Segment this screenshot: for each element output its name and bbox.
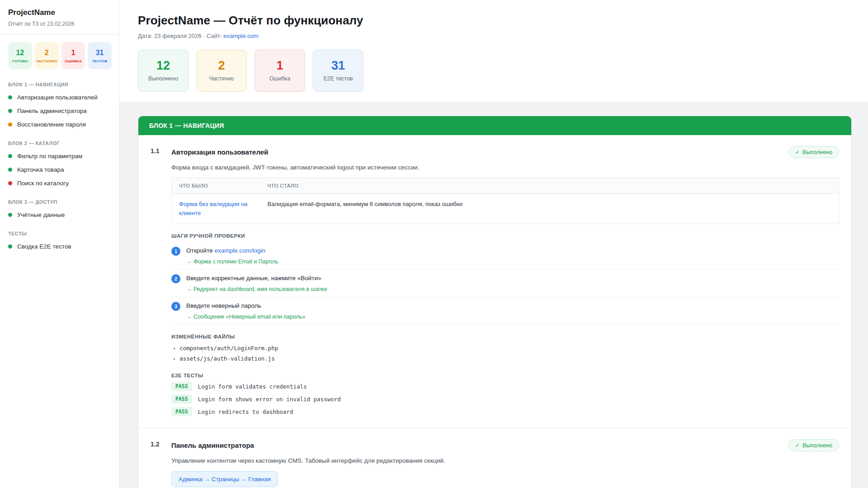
report-header: ProjectName — Отчёт по функционалу Дата:… [119, 0, 868, 102]
manual-steps-list: 1 Откройте example.com/login → Форма с п… [171, 242, 839, 325]
changed-file-item: assets/js/auth-validation.js [179, 353, 839, 364]
section-description: Управление контентом через кастомную CMS… [171, 457, 839, 464]
stat-label: ТЕСТОВ [92, 59, 108, 63]
summary-label: E2E тестов [323, 75, 353, 82]
summary-label: Частично [209, 75, 234, 82]
table-header-row: ЧТО БЫЛО ЧТО СТАЛО [172, 178, 839, 194]
sidebar-nav-group: ТЕСТЫ Сводка E2E тестов [8, 231, 112, 250]
summary-label: Выполнено [148, 75, 178, 82]
check-icon: ✓ [795, 149, 800, 155]
sidebar-stat-card: 1 ОШИБКА [61, 42, 85, 69]
e2e-tests-label: E2E ТЕСТЫ [171, 373, 839, 378]
status-dot-icon [8, 168, 12, 172]
section-number: 1.1 [151, 146, 171, 416]
nav-item-label: Восстановление пароля [17, 121, 86, 128]
e2e-test-row: PASS Login redirects to dashboard [171, 407, 839, 416]
step-link[interactable]: example.com/login [214, 247, 265, 254]
stat-value: 31 [96, 49, 104, 57]
project-title: ProjectName [8, 8, 112, 17]
check-icon: ✓ [795, 442, 800, 449]
report-meta: Дата: 23 февраля 2026 · Сайт: example.co… [138, 33, 852, 39]
stat-label: ЧАСТИЧНО [36, 59, 57, 63]
step-number-icon: 2 [171, 274, 180, 283]
section-description: Форма входа с валидацией, JWT-токены, ав… [171, 164, 839, 171]
test-name: Login redirects to dashboard [198, 408, 293, 415]
main-content: ProjectName — Отчёт по функционалу Дата:… [119, 0, 868, 488]
before-after-table: ЧТО БЫЛО ЧТО СТАЛО Форма без валидации н… [171, 178, 839, 224]
stat-label: ГОТОВО [12, 59, 28, 63]
status-dot-icon [8, 244, 12, 249]
nav-item-label: Сводка E2E тестов [17, 243, 71, 250]
e2e-test-row: PASS Login form shows error on invalid p… [171, 394, 839, 404]
sidebar-stat-card: 12 ГОТОВО [8, 42, 32, 69]
sidebar-nav-item[interactable]: Учётные данные [8, 211, 112, 218]
nav-item-label: Авторизация пользователей [17, 94, 98, 101]
page-title: ProjectName — Отчёт по функционалу [138, 14, 852, 28]
changed-files-label: ИЗМЕНЁННЫЕ ФАЙЛЫ [171, 334, 839, 339]
nav-item-label: Панель администратора [17, 108, 87, 114]
sidebar-nav-item[interactable]: Поиск по каталогу [8, 180, 112, 187]
step-action: Введите корректные данные, нажмите «Войт… [186, 274, 321, 282]
sidebar-nav-item[interactable]: Восстановление пароля [8, 121, 112, 128]
sidebar: ProjectName Отчёт по ТЗ от 23.02.2026 12… [0, 0, 119, 488]
changed-files-list: components/auth/LoginForm.php assets/js/… [179, 343, 839, 364]
summary-card: 31 E2E тестов [313, 50, 363, 92]
nav-item-label: Карточка товара [17, 166, 64, 173]
step-action: Откройте example.com/login [186, 246, 265, 254]
manual-step: 3 Введите неверный пароль → Сообщение «Н… [171, 297, 839, 325]
sidebar-nav-item[interactable]: Авторизация пользователей [8, 94, 112, 101]
nav-item-label: Учётные данные [17, 211, 65, 218]
site-link[interactable]: example.com [223, 33, 258, 39]
nav-group-title: ТЕСТЫ [8, 231, 112, 236]
sidebar-stat-card: 31 ТЕСТОВ [88, 42, 112, 69]
summary-value: 31 [331, 60, 345, 72]
nav-group-title: БЛОК 3 — ДОСТУП [8, 199, 112, 205]
section-1-1: 1.1 Авторизация пользователей ✓ Выполнен… [138, 135, 851, 428]
summary-value: 1 [276, 60, 283, 72]
manual-step: 2 Введите корректные данные, нажмите «Во… [171, 270, 839, 297]
status-dot-icon [8, 109, 12, 113]
sidebar-nav-item[interactable]: Фильтр по параметрам [8, 153, 112, 160]
section-title: Авторизация пользователей [171, 148, 268, 156]
sidebar-nav-item[interactable]: Карточка товара [8, 166, 112, 173]
admin-breadcrumb-chip[interactable]: Админка → Страницы → Главная [171, 471, 278, 487]
manual-step: 1 Откройте example.com/login → Форма с п… [171, 242, 839, 270]
e2e-test-row: PASS Login form validates credentials [171, 382, 839, 391]
section-1-2: 1.2 Панель администратора ✓ Выполнено Уп… [138, 428, 851, 488]
block-card: БЛОК 1 — НАВИГАЦИЯ 1.1 Авторизация польз… [138, 116, 852, 488]
stat-value: 12 [16, 49, 24, 57]
test-name: Login form shows error on invalid passwo… [198, 396, 341, 403]
meta-text: Дата: 23 февраля 2026 · Сайт: [138, 33, 223, 39]
changed-file-item: components/auth/LoginForm.php [179, 343, 839, 353]
sidebar-stats: 12 ГОТОВО 2 ЧАСТИЧНО 1 ОШИБКА 31 ТЕСТОВ [8, 42, 112, 69]
status-dot-icon [8, 213, 12, 217]
stat-value: 1 [71, 49, 75, 57]
before-cell-link[interactable]: Форма без валидации на клиенте [172, 194, 260, 224]
status-dot-icon [8, 95, 12, 99]
column-header-after: ЧТО СТАЛО [260, 178, 839, 194]
sidebar-nav-group: БЛОК 1 — НАВИГАЦИЯ Авторизация пользоват… [8, 82, 112, 128]
summary-value: 12 [156, 60, 170, 72]
sidebar-nav: БЛОК 1 — НАВИГАЦИЯ Авторизация пользоват… [8, 82, 112, 250]
summary-card: 1 Ошибка [255, 50, 305, 92]
block-header: БЛОК 1 — НАВИГАЦИЯ [138, 116, 851, 135]
summary-card: 2 Частично [196, 50, 247, 92]
summary-cards: 12 Выполнено 2 Частично 1 Ошибка 31 E2E … [138, 50, 852, 92]
sidebar-stat-card: 2 ЧАСТИЧНО [35, 42, 59, 69]
status-badge: ✓ Выполнено [788, 146, 839, 158]
status-label: Выполнено [802, 442, 832, 449]
sidebar-nav-item[interactable]: Сводка E2E тестов [8, 243, 112, 250]
status-dot-icon [8, 181, 12, 185]
stat-value: 2 [45, 49, 49, 57]
step-number-icon: 3 [171, 302, 180, 311]
stat-label: ОШИБКА [65, 59, 82, 63]
table-row: Форма без валидации на клиенте Валидация… [172, 194, 839, 224]
nav-group-title: БЛОК 1 — НАВИГАЦИЯ [8, 82, 112, 87]
sidebar-nav-group: БЛОК 2 — КАТАЛОГ Фильтр по параметрам Ка… [8, 141, 112, 187]
status-dot-icon [8, 122, 12, 127]
section-number: 1.2 [151, 439, 171, 488]
status-dot-icon [8, 154, 12, 158]
after-cell: Валидация email-формата, минимум 6 симво… [260, 194, 839, 224]
section-title: Панель администратора [171, 441, 254, 449]
sidebar-nav-item[interactable]: Панель администратора [8, 108, 112, 114]
